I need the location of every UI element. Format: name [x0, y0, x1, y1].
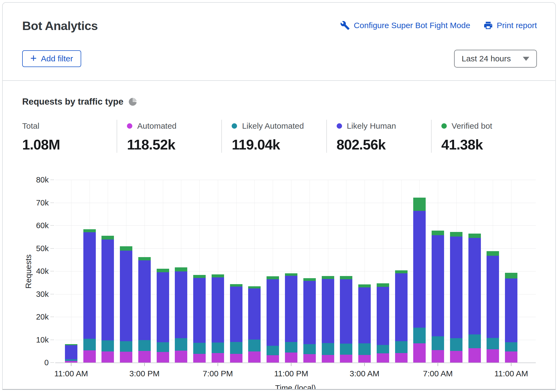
print-report-link[interactable]: Print report: [483, 21, 537, 30]
stat-verified-bot[interactable]: Verified bot41.38k: [431, 120, 536, 153]
bar-5-00-pm[interactable]: [175, 267, 187, 363]
stat-automated[interactable]: Automated118.52k: [117, 120, 221, 153]
segment-likely-automated: [212, 343, 224, 353]
bar-7-00-am[interactable]: [432, 231, 444, 363]
bar-11-00-pm[interactable]: [285, 273, 297, 363]
x-axis-ticks: 11:00 AM3:00 PM7:00 PM11:00 PM3:00 AM7:0…: [55, 363, 536, 380]
bar-1-00-am[interactable]: [322, 276, 334, 363]
segment-likely-automated: [83, 339, 96, 350]
bar-9-00-am[interactable]: [468, 234, 481, 363]
y-tick-mark: [50, 248, 54, 249]
x-tick-mark: [218, 363, 218, 366]
bar-1-00-pm[interactable]: [101, 236, 114, 363]
segment-likely-human: [101, 240, 114, 340]
segment-likely-human: [120, 251, 132, 341]
stat-value: 118.52k: [127, 137, 221, 153]
bar-3-00-pm[interactable]: [138, 257, 151, 363]
bar-6-00-pm[interactable]: [193, 275, 206, 363]
horizontal-gridline: [55, 225, 536, 226]
add-filter-button[interactable]: + Add filter: [22, 50, 81, 67]
stat-total: Total1.08M: [22, 120, 117, 153]
segment-likely-human: [248, 288, 261, 339]
segment-verified-bot: [450, 232, 462, 237]
segment-likely-human: [212, 277, 224, 343]
pie-chart-icon: [129, 98, 137, 106]
stat-label: Total: [22, 121, 39, 131]
x-tick-label: 11:00 AM: [54, 369, 88, 378]
segment-automated: [450, 351, 462, 363]
bar-5-00-am[interactable]: [395, 270, 408, 363]
bar-8-00-pm[interactable]: [230, 284, 242, 363]
stat-likely-automated[interactable]: Likely Automated119.04k: [221, 120, 326, 153]
bar-11-00-am[interactable]: [65, 344, 77, 363]
card-body: Requests by traffic type Total1.08MAutom…: [3, 81, 555, 390]
configure-super-bot-fight-mode-link[interactable]: Configure Super Bot Fight Mode: [340, 21, 470, 30]
segment-likely-automated: [487, 338, 499, 349]
segment-likely-human: [432, 235, 444, 336]
segment-likely-automated: [248, 340, 261, 351]
x-tick-label: 3:00 PM: [129, 369, 160, 378]
segment-likely-automated: [175, 338, 187, 351]
bar-12-00-pm[interactable]: [83, 229, 96, 363]
segment-likely-human: [175, 271, 187, 338]
bar-4-00-pm[interactable]: [157, 269, 169, 363]
x-tick-mark: [511, 363, 511, 366]
y-tick-mark: [50, 340, 54, 340]
segment-likely-automated: [303, 344, 316, 354]
segment-automated: [395, 353, 408, 363]
bar-7-00-pm[interactable]: [212, 274, 224, 363]
segment-automated: [285, 353, 297, 363]
segment-automated: [230, 354, 242, 363]
bar-3-00-am[interactable]: [358, 284, 371, 363]
segment-likely-automated: [230, 342, 242, 354]
time-range-select[interactable]: Last 24 hours: [454, 50, 537, 68]
bar-6-00-am[interactable]: [413, 198, 426, 363]
bot-analytics-card: Bot Analytics Configure Super Bot Fight …: [2, 2, 556, 390]
bar-9-00-pm[interactable]: [248, 286, 261, 363]
segment-likely-human: [285, 276, 297, 342]
segment-likely-automated: [138, 340, 151, 351]
segment-likely-automated: [157, 342, 169, 352]
legend-dot-likely-human: [337, 123, 342, 129]
segment-automated: [193, 354, 206, 363]
requests-chart: Requests 80k70k60k50k40k30k20k10k0 11:00…: [22, 180, 536, 390]
bar-8-00-am[interactable]: [450, 232, 462, 363]
y-tick-label: 70k: [36, 198, 49, 207]
segment-automated: [248, 351, 261, 363]
segment-likely-human: [395, 273, 408, 341]
stat-likely-human[interactable]: Likely Human802.56k: [326, 120, 431, 153]
segment-automated: [212, 353, 224, 363]
segment-likely-human: [267, 279, 279, 346]
horizontal-gridline: [55, 203, 536, 203]
segment-verified-bot: [101, 236, 114, 240]
bar-2-00-am[interactable]: [340, 276, 352, 363]
bar-10-00-am[interactable]: [487, 251, 499, 363]
segment-likely-human: [65, 345, 77, 359]
y-tick-mark: [50, 271, 54, 271]
y-tick-label: 60k: [36, 221, 49, 230]
bar-4-00-am[interactable]: [377, 283, 389, 363]
segment-verified-bot: [358, 284, 371, 287]
segment-likely-automated: [395, 341, 408, 353]
bar-10-00-pm[interactable]: [267, 276, 279, 363]
segment-verified-bot: [322, 276, 334, 279]
y-tick-mark: [50, 180, 54, 180]
segment-automated: [120, 352, 132, 363]
segment-likely-human: [157, 272, 169, 342]
y-tick-mark: [50, 225, 54, 226]
bar-2-00-pm[interactable]: [120, 246, 132, 363]
x-tick-mark: [71, 363, 71, 366]
legend-dot-verified-bot: [441, 123, 447, 129]
print-link-label: Print report: [497, 21, 537, 30]
y-axis-ticks: 80k70k60k50k40k30k20k10k0: [35, 180, 55, 363]
segment-likely-automated: [432, 336, 444, 350]
segment-likely-automated: [120, 341, 132, 352]
legend-dot-automated: [127, 123, 132, 129]
bar-11-00-am[interactable]: [505, 273, 517, 363]
segment-likely-human: [138, 260, 151, 340]
bar-12-00-am[interactable]: [303, 278, 316, 363]
segment-likely-automated: [267, 346, 279, 355]
page-title: Bot Analytics: [22, 19, 98, 33]
x-tick-label: 11:00 PM: [274, 369, 308, 378]
segment-likely-automated: [101, 340, 114, 351]
